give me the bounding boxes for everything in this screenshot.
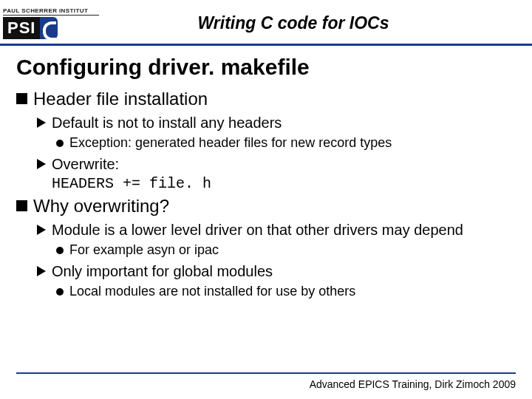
content: Configuring driver. makefile Header file… [0,46,532,299]
bullet-text: Module is a lower level driver on that o… [52,221,463,239]
bullet-lvl1: Header file installation [16,89,516,109]
square-bullet-icon [16,93,27,104]
logo-divider [3,15,99,16]
psi-badge: PSI [3,17,99,39]
code-snippet: HEADERS += file. h [52,175,211,192]
triangle-bullet-icon [37,159,46,169]
dot-bullet-icon [56,247,64,254]
slide-title: Writing C code for IOCs [99,13,517,33]
footer-divider [16,372,516,374]
bullet-lvl2: Only important for global modules [37,262,516,281]
triangle-bullet-icon [37,266,46,276]
bullet-text: Exception: generated header files for ne… [69,135,392,151]
page-heading: Configuring driver. makefile [16,55,516,80]
bullet-lvl3: Local modules are not installed for use … [56,284,516,299]
footer-text: Advanced EPICS Training, Dirk Zimoch 200… [310,378,516,390]
psi-c-icon [40,17,58,39]
bullet-text: Why overwriting? [33,196,169,216]
psi-logo: PAUL SCHERRER INSTITUT PSI [3,7,99,39]
psi-abbrev: PSI [3,17,40,39]
bullet-lvl2: Module is a lower level driver on that o… [37,221,516,239]
institute-name: PAUL SCHERRER INSTITUT [3,7,99,14]
bullet-text: For example asyn or ipac [69,242,219,258]
bullet-text: Overwrite: HEADERS += file. h [52,155,211,193]
triangle-bullet-icon [37,225,46,235]
bullet-lvl3: Exception: generated header files for ne… [56,135,516,151]
header: PAUL SCHERRER INSTITUT PSI Writing C cod… [0,0,532,46]
bullet-lvl2: Overwrite: HEADERS += file. h [37,155,516,193]
bullet-text: Default is not to install any headers [52,114,282,132]
bullet-text: Local modules are not installed for use … [69,284,355,299]
dot-bullet-icon [56,288,64,296]
triangle-bullet-icon [37,117,46,128]
dot-bullet-icon [56,140,64,147]
bullet-lvl3: For example asyn or ipac [56,242,516,258]
bullet-lvl1: Why overwriting? [16,196,516,216]
bullet-text: Header file installation [33,89,208,109]
overwrite-label: Overwrite: [52,156,119,172]
bullet-text: Only important for global modules [52,262,273,281]
square-bullet-icon [16,200,27,211]
bullet-lvl2: Default is not to install any headers [37,114,516,132]
